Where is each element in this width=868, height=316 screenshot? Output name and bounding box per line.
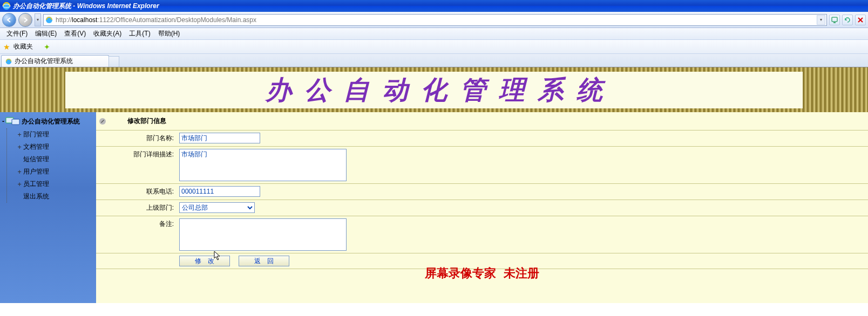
menu-help[interactable]: 帮助(H) <box>155 28 184 39</box>
menu-view[interactable]: 查看(V) <box>61 28 89 39</box>
refresh-icon <box>844 16 851 24</box>
menu-edit[interactable]: 编辑(E) <box>32 28 60 39</box>
ie-icon <box>2 2 11 10</box>
forward-button[interactable] <box>18 13 32 27</box>
label-phone: 联系电话: <box>96 184 177 200</box>
nav-tree: - 办公自动化管理系统 +部门管理 +文档管理 短信管理 +用户管理 +员工管理… <box>1 114 95 203</box>
input-dept-name[interactable] <box>179 133 260 143</box>
banner-title: 办公自动化管理系统 <box>65 72 803 108</box>
tree-root[interactable]: - 办公自动化管理系统 <box>1 114 95 128</box>
tree-node-user[interactable]: +用户管理 <box>7 166 95 178</box>
edit-icon <box>98 117 107 126</box>
compat-icon <box>831 16 838 24</box>
browser-tab[interactable]: 办公自动化管理系统 <box>1 55 109 67</box>
favorites-label[interactable]: 收藏夹 <box>13 42 33 51</box>
sidebar: - 办公自动化管理系统 +部门管理 +文档管理 短信管理 +用户管理 +员工管理… <box>0 112 96 303</box>
add-favorite-icon[interactable]: ✦ <box>44 43 50 51</box>
url-text: http://localhost:1122/OfficeAutomatizati… <box>56 16 815 24</box>
svg-point-5 <box>6 58 12 64</box>
tree-node-sms[interactable]: 短信管理 <box>7 153 95 166</box>
content-area: - 办公自动化管理系统 +部门管理 +文档管理 短信管理 +用户管理 +员工管理… <box>0 112 868 303</box>
tree-label: 短信管理 <box>23 155 49 164</box>
tree-label: 用户管理 <box>23 167 49 176</box>
menu-file[interactable]: 文件(F) <box>3 28 31 39</box>
stop-icon <box>857 16 864 24</box>
favorites-bar: ★ 收藏夹 ✦ <box>0 40 868 54</box>
nav-toolbar: ▾ http://localhost:1122/OfficeAutomatiza… <box>0 12 868 28</box>
nav-history-dropdown[interactable]: ▾ <box>35 13 41 26</box>
tree-node-doc[interactable]: +文档管理 <box>7 141 95 153</box>
tree-label: 退出系统 <box>23 192 49 201</box>
tab-strip: 办公自动化管理系统 <box>0 54 868 67</box>
tree-root-label: 办公自动化管理系统 <box>22 117 80 126</box>
form-header: 修改部门信息 <box>96 112 868 130</box>
tree-node-staff[interactable]: +员工管理 <box>7 178 95 190</box>
textarea-dept-desc[interactable]: 市场部门 <box>179 149 347 181</box>
new-tab-button[interactable] <box>109 56 119 67</box>
arrow-right-icon <box>22 17 29 23</box>
menu-favorites[interactable]: 收藏夹(A) <box>90 28 125 39</box>
arrow-left-icon <box>6 17 12 23</box>
window-titlebar: 办公自动化管理系统 - Windows Internet Explorer <box>0 0 868 12</box>
input-phone[interactable] <box>179 186 260 197</box>
tree-node-dept[interactable]: +部门管理 <box>7 128 95 141</box>
back-button[interactable] <box>2 13 16 27</box>
label-remark: 备注: <box>96 216 177 253</box>
back-button-form[interactable]: 返回 <box>239 256 289 266</box>
label-dept-name: 部门名称: <box>96 130 177 146</box>
page-icon <box>45 16 53 24</box>
refresh-button[interactable] <box>842 15 853 25</box>
favorites-star-icon[interactable]: ★ <box>3 43 10 51</box>
menu-tools[interactable]: 工具(T) <box>126 28 153 39</box>
banner: 办公自动化管理系统 <box>0 67 868 112</box>
tab-title: 办公自动化管理系统 <box>15 57 73 66</box>
svg-point-2 <box>46 17 52 23</box>
computer-icon <box>5 116 21 127</box>
svg-rect-3 <box>832 17 837 22</box>
modify-button[interactable]: 修改 <box>179 256 230 266</box>
window-title: 办公自动化管理系统 - Windows Internet Explorer <box>13 2 159 11</box>
main-panel: 修改部门信息 部门名称: 部门详细描述: 市场部门 联系电话: 上级部门: 公司… <box>96 112 868 303</box>
form-title: 修改部门信息 <box>127 116 166 126</box>
tree-label: 部门管理 <box>23 130 49 139</box>
tree-label: 文档管理 <box>23 142 49 152</box>
svg-rect-4 <box>833 22 836 23</box>
menu-bar: 文件(F) 编辑(E) 查看(V) 收藏夹(A) 工具(T) 帮助(H) <box>0 28 868 40</box>
tree-label: 员工管理 <box>23 180 49 189</box>
compat-view-button[interactable] <box>829 15 840 25</box>
textarea-remark[interactable] <box>179 218 347 251</box>
label-dept-desc: 部门详细描述: <box>96 147 177 183</box>
stop-button[interactable] <box>855 15 866 25</box>
tree-node-exit[interactable]: 退出系统 <box>7 190 95 203</box>
address-bar[interactable]: http://localhost:1122/OfficeAutomatizati… <box>43 14 827 26</box>
tab-page-icon <box>5 58 12 65</box>
url-dropdown[interactable]: ▾ <box>817 15 825 25</box>
select-parent-dept[interactable]: 公司总部 <box>179 202 255 213</box>
svg-rect-7 <box>12 119 19 125</box>
watermark: 屏幕录像专家未注册 <box>425 265 539 281</box>
label-parent: 上级部门: <box>96 200 177 216</box>
form-table: 部门名称: 部门详细描述: 市场部门 联系电话: 上级部门: 公司总部 备注: <box>96 130 868 269</box>
